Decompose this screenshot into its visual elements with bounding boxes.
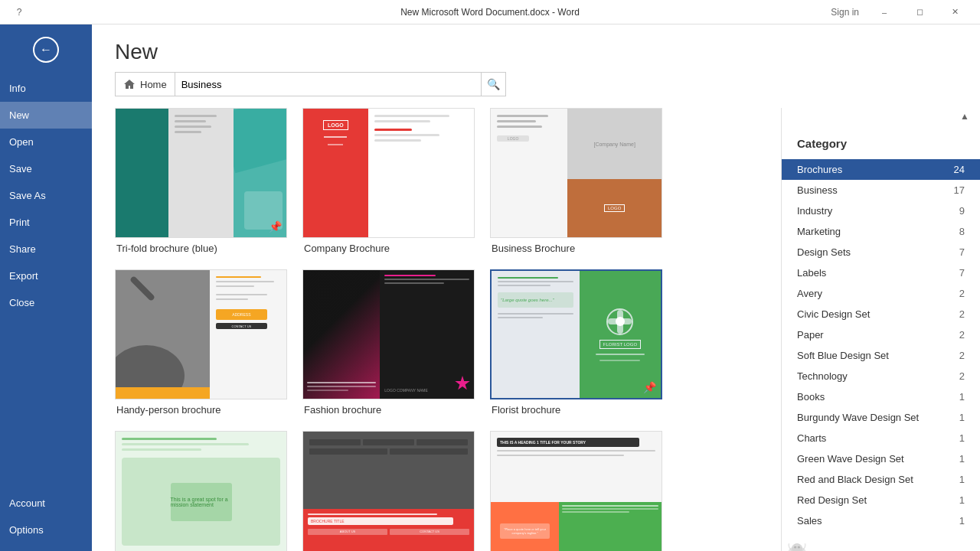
template-thumb-florist: "Large quote goes here..." [490, 269, 662, 399]
category-count-civic-design-set: 2 [959, 308, 965, 320]
svg-point-1 [792, 543, 802, 551]
template-thumb-company: LOGO [302, 108, 475, 238]
template-thumb-keyboard: BROCHURE TITLE ABOUT US CONTACT US [302, 431, 475, 551]
category-count-marketing: 8 [959, 226, 965, 237]
template-card-keyboard[interactable]: BROCHURE TITLE ABOUT US CONTACT US Keybo… [302, 431, 475, 551]
category-count-burgundy-wave: 1 [959, 412, 965, 423]
template-card-green[interactable]: This is a great spot for a mission state… [115, 431, 287, 551]
template-thumb-business: LOGO [Company Name] LOGO [490, 108, 662, 238]
page-title: New [92, 24, 980, 72]
category-item-red-black[interactable]: Red and Black Design Set 1 [782, 469, 980, 490]
template-label-trifold: Tri-fold brochure (blue) [115, 243, 287, 254]
category-item-red-design-set[interactable]: Red Design Set 1 [782, 490, 980, 510]
sidebar-item-save-as[interactable]: Save As [0, 182, 92, 209]
sidebar-item-info[interactable]: Info [0, 75, 92, 102]
templates-row-2: ADDRESS CONTACT US Handy-person brochure [115, 269, 766, 416]
template-card-company[interactable]: LOGO [302, 108, 475, 254]
category-count-green-wave: 1 [959, 453, 965, 465]
template-label-handy: Handy-person brochure [115, 404, 287, 416]
svg-point-3 [798, 546, 800, 548]
sign-in-button[interactable]: Sign in [831, 7, 859, 18]
sidebar-item-account[interactable]: Account [0, 490, 92, 517]
template-card-fashion[interactable]: LOGO COMPANY NAME Fashion brochure [302, 269, 475, 416]
title-bar-title: New Microsoft Word Document.docx - Word [400, 7, 580, 18]
main-content: New Home 🔍 [92, 24, 980, 551]
sidebar-item-close[interactable]: Close [0, 289, 92, 316]
template-card-handy[interactable]: ADDRESS CONTACT US Handy-person brochure [115, 269, 287, 416]
svg-point-2 [794, 546, 796, 548]
category-item-civic-design-set[interactable]: Civic Design Set 2 [782, 304, 980, 324]
search-input[interactable] [175, 72, 482, 96]
pin-icon-trifold: 📌 [269, 220, 282, 233]
category-label-books: Books [797, 391, 953, 403]
category-label-charts: Charts [797, 432, 953, 444]
title-bar-help[interactable]: ? [8, 0, 31, 24]
back-button[interactable]: ← [27, 31, 65, 69]
category-label-marketing: Marketing [797, 226, 953, 237]
category-item-industry[interactable]: Industry 9 [782, 201, 980, 221]
category-count-brochures: 24 [954, 164, 965, 175]
category-item-labels[interactable]: Labels 7 [782, 262, 980, 283]
category-item-sales[interactable]: Sales 1 [782, 510, 980, 531]
sidebar-item-save[interactable]: Save [0, 155, 92, 182]
sidebar-item-share[interactable]: Share [0, 236, 92, 262]
category-count-business: 17 [954, 184, 965, 196]
search-button[interactable]: 🔍 [482, 72, 506, 96]
category-count-red-black: 1 [959, 474, 965, 485]
templates-row-3: This is a great spot for a mission state… [115, 431, 766, 551]
sidebar-item-options[interactable]: Options [0, 517, 92, 543]
sidebar-item-open[interactable]: Open [0, 129, 92, 155]
sidebar-item-new[interactable]: New [0, 102, 92, 129]
category-label-sales: Sales [797, 515, 953, 527]
templates-grid: 📌 Tri-fold brochure (blue) LOGO [92, 108, 781, 551]
template-card-business[interactable]: LOGO [Company Name] LOGO [490, 108, 662, 254]
template-card-florist[interactable]: "Large quote goes here..." [490, 269, 662, 416]
category-label-green-wave: Green Wave Design Set [797, 453, 953, 465]
sidebar-item-export[interactable]: Export [0, 262, 92, 289]
templates-row-1: 📌 Tri-fold brochure (blue) LOGO [115, 108, 766, 254]
category-count-sales: 1 [959, 515, 965, 527]
category-count-charts: 1 [959, 432, 965, 444]
category-count-technology: 2 [959, 370, 965, 382]
home-label: Home [140, 79, 167, 90]
category-item-marketing[interactable]: Marketing 8 [782, 221, 980, 242]
category-label-paper: Paper [797, 329, 953, 341]
sidebar: ← Info New Open Save Save As Print Share… [0, 24, 92, 551]
template-thumb-green: This is a great spot for a mission state… [115, 431, 287, 551]
restore-button[interactable]: ◻ [902, 0, 937, 24]
home-icon [123, 78, 136, 90]
app-container: ← Info New Open Save Save As Print Share… [0, 24, 980, 551]
category-count-labels: 7 [959, 267, 965, 279]
sidebar-item-print[interactable]: Print [0, 209, 92, 236]
category-item-burgundy-wave[interactable]: Burgundy Wave Design Set 1 [782, 407, 980, 428]
category-item-books[interactable]: Books 1 [782, 386, 980, 407]
category-label-design-sets: Design Sets [797, 246, 953, 258]
category-item-avery[interactable]: Avery 2 [782, 283, 980, 304]
category-label-soft-blue: Soft Blue Design Set [797, 350, 953, 361]
category-item-brochures[interactable]: Brochures 24 [782, 159, 980, 180]
category-item-charts[interactable]: Charts 1 [782, 428, 980, 448]
template-card-trifold[interactable]: 📌 Tri-fold brochure (blue) [115, 108, 287, 254]
category-label-technology: Technology [797, 370, 953, 382]
category-item-paper[interactable]: Paper 2 [782, 324, 980, 345]
minimize-button[interactable]: – [867, 0, 902, 24]
category-label-avery: Avery [797, 288, 953, 299]
category-item-design-sets[interactable]: Design Sets 7 [782, 242, 980, 262]
template-thumb-colorful: THIS IS A HEADING 1 TITLE FOR YOUR STORY… [490, 431, 662, 551]
template-label-fashion: Fashion brochure [302, 404, 475, 416]
category-item-green-wave[interactable]: Green Wave Design Set 1 [782, 448, 980, 469]
template-card-colorful[interactable]: THIS IS A HEADING 1 TITLE FOR YOUR STORY… [490, 431, 662, 551]
template-thumb-handy: ADDRESS CONTACT US [115, 269, 287, 399]
template-label-florist: Florist brochure [490, 404, 662, 416]
category-label-red-black: Red and Black Design Set [797, 474, 953, 485]
category-item-business[interactable]: Business 17 [782, 180, 980, 201]
close-button[interactable]: ✕ [937, 0, 972, 24]
template-thumb-fashion: LOGO COMPANY NAME [302, 269, 475, 399]
home-button[interactable]: Home [115, 72, 175, 96]
category-label-civic-design-set: Civic Design Set [797, 308, 953, 320]
back-arrow-icon: ← [33, 37, 59, 63]
category-item-soft-blue[interactable]: Soft Blue Design Set 2 [782, 345, 980, 366]
scroll-up-button[interactable]: ▲ [957, 108, 972, 125]
category-item-technology[interactable]: Technology 2 [782, 366, 980, 386]
template-label-business: Business Brochure [490, 243, 662, 254]
